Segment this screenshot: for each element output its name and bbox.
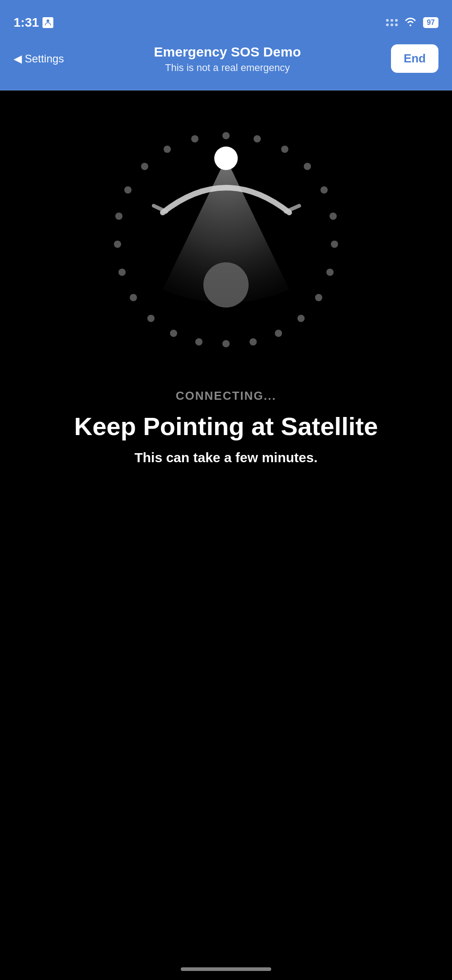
svg-point-18 bbox=[118, 269, 126, 276]
svg-point-16 bbox=[147, 315, 155, 322]
svg-point-14 bbox=[195, 338, 202, 346]
svg-point-13 bbox=[222, 340, 230, 347]
sub-heading: This can take a few minutes. bbox=[107, 450, 344, 465]
battery-indicator: 97 bbox=[423, 17, 438, 28]
svg-point-5 bbox=[320, 186, 328, 194]
satellite-indicator-dot bbox=[214, 147, 238, 170]
main-content: CONNECTING... Keep Pointing at Satellite… bbox=[0, 90, 452, 980]
svg-point-10 bbox=[297, 315, 305, 322]
satellite-radar-svg bbox=[108, 127, 344, 362]
wifi-icon bbox=[404, 16, 417, 29]
main-heading: Keep Pointing at Satellite bbox=[56, 412, 396, 441]
connecting-status: CONNECTING... bbox=[176, 389, 276, 403]
signal-dots bbox=[386, 19, 398, 26]
nav-subtitle: This is not a real emergency bbox=[64, 62, 391, 74]
svg-point-11 bbox=[275, 330, 282, 337]
svg-point-4 bbox=[304, 163, 311, 170]
svg-point-20 bbox=[115, 213, 122, 220]
svg-point-23 bbox=[164, 146, 171, 153]
nav-title: Emergency SOS Demo bbox=[64, 44, 391, 60]
svg-point-24 bbox=[191, 135, 198, 142]
svg-point-3 bbox=[281, 146, 288, 153]
svg-point-15 bbox=[170, 330, 177, 337]
status-bar: 1:31 97 bbox=[0, 0, 452, 36]
nav-title-area: Emergency SOS Demo This is not a real em… bbox=[64, 44, 391, 74]
back-label: ◀ Settings bbox=[14, 52, 64, 65]
svg-point-22 bbox=[141, 163, 148, 170]
svg-point-0 bbox=[47, 19, 49, 22]
back-button[interactable]: ◀ Settings bbox=[14, 52, 64, 65]
svg-point-21 bbox=[124, 186, 132, 194]
svg-point-7 bbox=[331, 241, 338, 248]
end-button[interactable]: End bbox=[391, 44, 438, 73]
svg-point-6 bbox=[330, 213, 337, 220]
status-left: 1:31 bbox=[14, 16, 53, 29]
svg-point-17 bbox=[130, 294, 137, 301]
phone-indicator bbox=[203, 262, 249, 308]
battery-level: 97 bbox=[427, 19, 435, 27]
time-display: 1:31 bbox=[14, 16, 39, 29]
svg-point-9 bbox=[315, 294, 322, 301]
person-icon bbox=[42, 17, 53, 28]
svg-point-1 bbox=[222, 132, 230, 139]
nav-bar: ◀ Settings Emergency SOS Demo This is no… bbox=[0, 36, 452, 90]
svg-point-2 bbox=[254, 135, 261, 142]
status-right: 97 bbox=[386, 16, 438, 29]
home-indicator bbox=[181, 967, 271, 971]
svg-point-8 bbox=[326, 269, 334, 276]
satellite-finder bbox=[108, 127, 344, 362]
svg-point-19 bbox=[114, 241, 121, 248]
svg-point-12 bbox=[250, 338, 257, 346]
status-time: 1:31 bbox=[14, 16, 53, 29]
